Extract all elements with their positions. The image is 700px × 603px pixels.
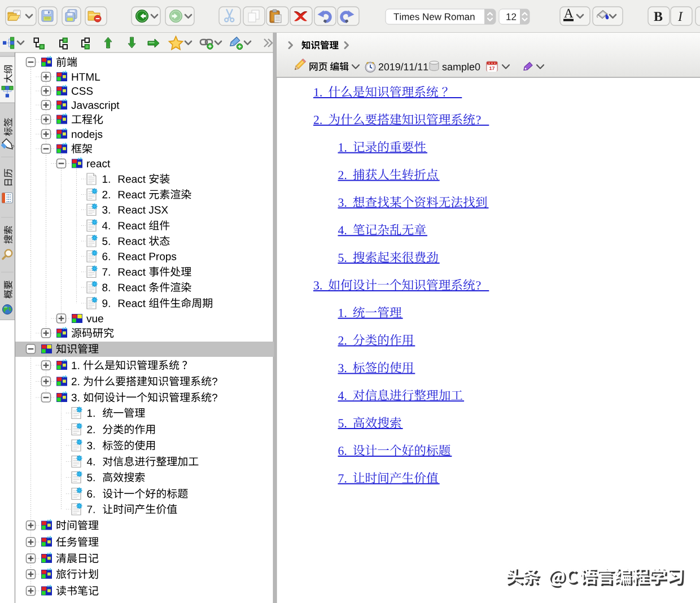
svg-text:17: 17 — [489, 65, 495, 71]
